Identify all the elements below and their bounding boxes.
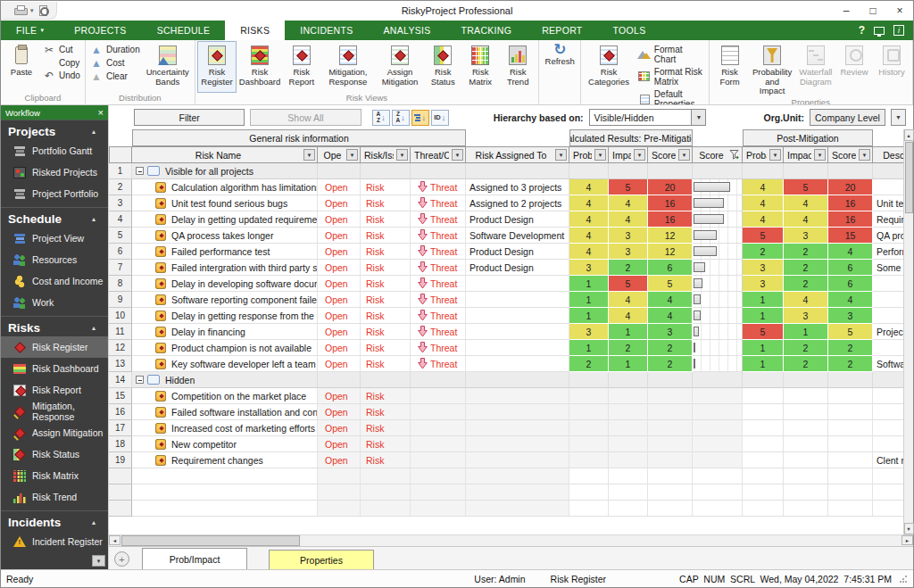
column-header-score[interactable]: Score <box>693 146 743 163</box>
history-button[interactable]: History <box>873 41 910 97</box>
sidebar-item-work[interactable]: Work <box>1 292 108 313</box>
show-all-button[interactable]: Show All <box>250 109 361 126</box>
table-row[interactable]: 7Failed intergration with third party so… <box>109 260 903 276</box>
scroll-right-icon[interactable]: ► <box>902 535 913 545</box>
sort-id-button[interactable]: ID↓ <box>431 110 449 126</box>
table-row[interactable]: 12Product champion is not availableOpenR… <box>109 340 903 356</box>
sidebar-section-header-schedule[interactable]: Schedule▴ <box>1 210 108 228</box>
probability-and-impact-button[interactable]: Probability and Impact <box>749 41 796 97</box>
filter-dropdown-icon[interactable]: ▼ <box>678 149 690 161</box>
risk-status-button[interactable]: Risk Status <box>424 41 461 93</box>
column-header-impact-f[interactable]: Impact (F▼ <box>784 146 828 163</box>
collapse-icon[interactable]: ▴ <box>92 324 96 332</box>
horizontal-scroll-thumb[interactable] <box>121 535 300 546</box>
menu-tab-analysis[interactable]: ANALYSIS <box>369 21 446 40</box>
sidebar-item-risk-report[interactable]: Risk Report <box>1 379 108 401</box>
table-row[interactable]: 5QA process takes longerOpenRiskThreatSo… <box>109 228 903 244</box>
menu-tab-report[interactable]: REPORT <box>527 21 597 40</box>
horizontal-scrollbar[interactable]: ◄ ► <box>109 534 913 546</box>
menu-tab-schedule[interactable]: SCHEDULE <box>142 21 226 40</box>
menu-tab-projects[interactable]: PROJECTS <box>59 21 141 40</box>
column-header-score[interactable]: Score (▼ <box>648 146 693 163</box>
risk-dashboard-button[interactable]: Risk Dashboard <box>237 41 283 93</box>
column-header-risk-issu[interactable]: Risk/Issu▼ <box>361 146 411 163</box>
filter-button[interactable]: Filter <box>134 109 245 126</box>
table-row[interactable]: 10Delay in getting response from the cli… <box>109 308 903 324</box>
sidebar-item-risk-dashboard[interactable]: Risk Dashboard <box>1 358 108 379</box>
refresh-button[interactable]: ↻Refresh <box>541 41 578 93</box>
risk-form-button[interactable]: Risk Form <box>711 41 749 97</box>
tab-properties[interactable]: Properties <box>269 550 374 569</box>
table-row[interactable]: 3Unit test found serious bugsOpenRiskThr… <box>109 195 903 211</box>
sidebar-item-cost-and-income[interactable]: Cost and Income <box>1 270 108 292</box>
cut-button[interactable]: ✂Cut <box>40 43 83 56</box>
risk-register-button[interactable]: Risk Register <box>197 41 237 93</box>
filter-dropdown-icon[interactable]: ▼ <box>634 149 645 161</box>
table-row[interactable]: 14Hidden <box>109 372 903 388</box>
table-row[interactable]: 13Key software developer left a teamOpen… <box>109 356 903 372</box>
column-header-impac[interactable]: Impac▼ <box>609 146 648 163</box>
filter-dropdown-icon[interactable]: ▼ <box>396 149 408 161</box>
minimize-button[interactable]: – <box>833 1 860 21</box>
scroll-left-icon[interactable]: ◄ <box>109 535 120 545</box>
menu-tab-file[interactable]: FILE▾ <box>1 21 59 40</box>
risk-report-button[interactable]: Risk Report <box>283 41 320 93</box>
column-header-probal[interactable]: Probal▼ <box>569 146 609 163</box>
filter-dropdown-icon[interactable]: ▼ <box>303 149 315 161</box>
sidebar-scroll-down-icon[interactable]: ▾ <box>92 555 105 567</box>
collapse-icon[interactable]: ▴ <box>92 128 96 136</box>
review-button[interactable]: Review <box>835 41 873 97</box>
resize-grip[interactable] <box>899 575 908 584</box>
close-icon[interactable]: × <box>98 107 104 118</box>
table-row[interactable]: 4Delay in getting updated requirementsOp… <box>109 211 903 228</box>
column-header-score-f[interactable]: Score (F▼ <box>828 146 873 163</box>
collapse-icon[interactable]: ▴ <box>92 215 96 223</box>
sidebar-section-header-incidents[interactable]: Incidents▴ <box>1 513 108 531</box>
collapse-minus-icon[interactable] <box>136 376 144 384</box>
table-row[interactable]: 1Visible for all projects <box>109 163 903 179</box>
table-row[interactable]: 6Failed performance testOpenRiskThreatPr… <box>109 244 903 260</box>
filter-dropdown-icon[interactable]: ▼ <box>859 149 870 161</box>
sidebar-item-project-portfolio[interactable]: Project Portfolio <box>1 183 108 204</box>
sidebar-item-project-view[interactable]: Project View <box>1 228 108 249</box>
orgunit-dropdown-icon[interactable]: ▼ <box>891 109 906 126</box>
cost-button[interactable]: ▲Cost <box>87 56 143 70</box>
print-caret-icon[interactable]: ▾ <box>30 7 34 14</box>
info-icon[interactable]: i <box>893 25 904 36</box>
menu-tab-tracking[interactable]: TRACKING <box>446 21 528 40</box>
undo-button[interactable]: ↶Undo <box>40 69 83 82</box>
table-row[interactable]: 2Calculation algorithm has limitationsOp… <box>109 179 903 195</box>
waterfall-diagram-button[interactable]: Waterfall Diagram <box>796 41 835 97</box>
filter-funnel-icon[interactable] <box>729 149 740 161</box>
scroll-up-icon[interactable]: ▲ <box>904 129 914 141</box>
mitigation-response-button[interactable]: Mitigation, Response <box>320 41 376 93</box>
format-risk-matrix-button[interactable]: Format Risk Matrix <box>635 65 707 87</box>
collapse-minus-icon[interactable] <box>136 167 144 175</box>
default-properties-button[interactable]: Default Properties <box>635 87 707 105</box>
add-tab-button[interactable]: + <box>114 551 129 567</box>
assign-mitigation-button[interactable]: Assign Mitigation <box>376 41 424 93</box>
table-row[interactable]: 18New competitorOpenRisk <box>109 436 903 452</box>
uncertainty-bands-button[interactable]: Uncertainty Bands <box>143 41 193 93</box>
sidebar-item-risk-status[interactable]: Risk Status <box>1 443 108 465</box>
table-row[interactable]: 15Competition on the market placeOpenRis… <box>109 388 903 404</box>
sidebar-item-risk-matrix[interactable]: Risk Matrix <box>1 465 108 486</box>
sidebar-item-assign-mitigation[interactable]: Assign Mitigation <box>1 422 108 443</box>
filter-dropdown-icon[interactable]: ▼ <box>594 149 606 161</box>
filter-dropdown-icon[interactable]: ▼ <box>555 149 567 161</box>
clear-button[interactable]: ▲Clear <box>87 70 143 83</box>
print-preview-icon[interactable] <box>37 5 49 16</box>
sidebar-item-risk-trend[interactable]: Risk Trend <box>1 486 108 508</box>
table-row[interactable]: 11Delay in financingOpenRiskThreat313515… <box>109 324 903 340</box>
menu-tab-incidents[interactable]: INCIDENTS <box>285 21 368 40</box>
vertical-scrollbar[interactable]: ▲ ▼ <box>903 129 913 534</box>
table-row[interactable]: 8Delay in developing software documeOpen… <box>109 276 903 292</box>
orgunit-field[interactable]: Company Level <box>810 109 885 126</box>
chevron-down-icon[interactable]: ▼ <box>691 110 705 125</box>
tab-prob-impact[interactable]: Prob/Impact <box>142 548 247 569</box>
sidebar-item-portfolio-gantt[interactable]: Portfolio Gantt <box>1 140 108 161</box>
risk-categories-button[interactable]: Risk Categories <box>583 41 635 105</box>
filter-dropdown-icon[interactable]: ▼ <box>346 149 358 161</box>
help-icon[interactable]: ? <box>859 24 865 37</box>
maximize-button[interactable]: □ <box>860 1 886 21</box>
